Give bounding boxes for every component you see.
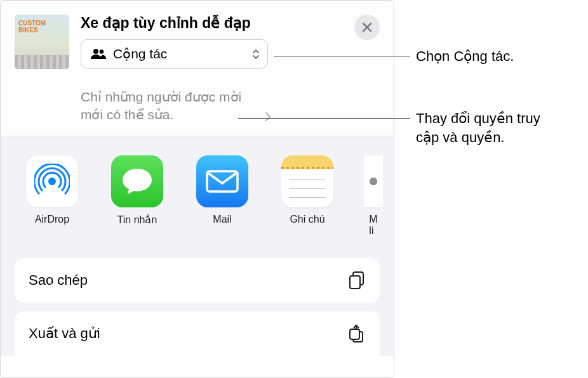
app-label: AirDrop [35, 214, 69, 225]
callout-line [238, 118, 410, 119]
action-label: Sao chép [29, 272, 88, 289]
app-label: Ghi chú [290, 214, 324, 225]
notes-icon [281, 155, 333, 207]
share-actions: Sao chép Xuất và gửi [1, 254, 394, 356]
action-label: Xuất và gửi [29, 325, 100, 342]
share-header: Xe đạp tùy chỉnh dễ đạp Cộng tác Chỉ nhữ [1, 1, 394, 136]
permission-settings-link[interactable]: Chỉ những người được mời mới có thể sửa. [81, 88, 271, 124]
share-apps-row: AirDrop Tin nhắn Mail [1, 136, 394, 254]
share-app-more[interactable]: Mli [364, 155, 383, 237]
share-sheet: Xe đạp tùy chỉnh dễ đạp Cộng tác Chỉ nhữ [0, 0, 394, 378]
collaboration-mode-select[interactable]: Cộng tác [81, 39, 268, 68]
callout-permission: Thay đổi quyền truy cập và quyền. [416, 109, 562, 147]
people-icon [90, 48, 107, 60]
svg-point-0 [93, 49, 98, 54]
svg-rect-5 [350, 276, 360, 289]
close-button[interactable] [354, 15, 380, 40]
airdrop-icon [26, 155, 78, 207]
permission-text: Chỉ những người được mời mới có thể sửa. [81, 88, 261, 124]
share-app-messages[interactable]: Tin nhắn [109, 155, 166, 237]
export-send-action[interactable]: Xuất và gửi [15, 311, 380, 356]
document-title: Xe đạp tùy chỉnh dễ đạp [81, 15, 348, 32]
app-label: Mli [369, 214, 377, 237]
copy-action[interactable]: Sao chép [15, 258, 380, 303]
svg-point-2 [48, 178, 56, 185]
mail-icon [196, 155, 248, 207]
callout-collab: Chọn Cộng tác. [416, 47, 514, 66]
collab-mode-label: Cộng tác [113, 46, 167, 62]
updown-chevron-icon [252, 49, 260, 59]
svg-point-1 [100, 49, 104, 53]
share-app-airdrop[interactable]: AirDrop [23, 155, 81, 237]
more-icon [364, 155, 383, 207]
chevron-right-icon [265, 112, 271, 122]
svg-rect-7 [350, 329, 359, 339]
messages-icon [111, 155, 163, 207]
share-app-notes[interactable]: Ghi chú [279, 155, 336, 237]
close-icon [362, 22, 372, 32]
copy-icon [348, 271, 366, 290]
document-thumbnail [15, 15, 69, 69]
app-label: Mail [213, 214, 231, 225]
app-label: Tin nhắn [117, 214, 157, 226]
callout-line [274, 56, 410, 56]
export-icon [347, 324, 366, 343]
share-app-mail[interactable]: Mail [194, 155, 251, 237]
